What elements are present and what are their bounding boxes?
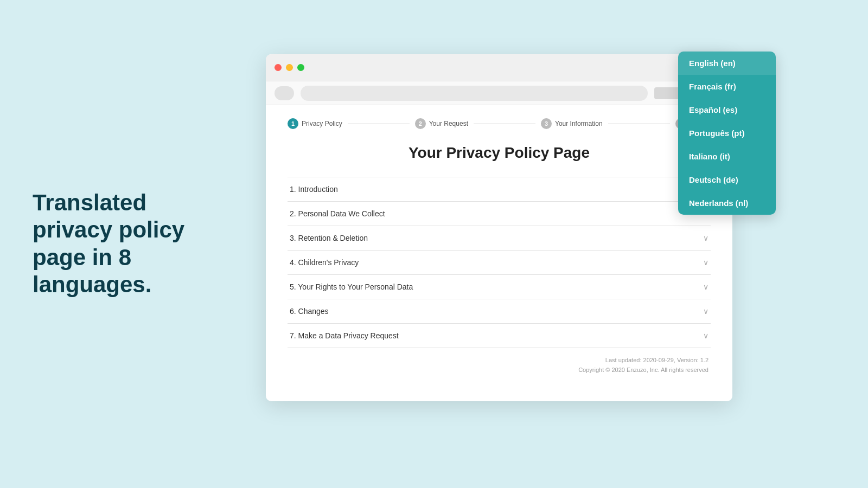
accordion-label-7: 7. Make a Data Privacy Request <box>290 331 399 340</box>
lang-item-it[interactable]: Italiano (it) <box>678 145 776 168</box>
lang-item-nl[interactable]: Nederlands (nl) <box>678 191 776 215</box>
accordion-label-6: 6. Changes <box>290 307 329 316</box>
browser-addressbar <box>266 81 732 105</box>
accordion-label-3: 3. Retention & Deletion <box>290 234 368 242</box>
accordion-label-4: 4. Children's Privacy <box>290 258 359 267</box>
step-2: 2 Your Request <box>415 118 468 129</box>
lang-item-pt[interactable]: Português (pt) <box>678 121 776 145</box>
browser-content: 1 Privacy Policy 2 Your Request 3 Your I… <box>266 105 732 401</box>
accordion-label-5: 5. Your Rights to Your Personal Data <box>290 282 413 291</box>
dot-red[interactable] <box>275 64 282 71</box>
step-connector-3 <box>608 124 670 124</box>
dot-green[interactable] <box>297 64 304 71</box>
step-3: 3 Your Information <box>541 118 603 129</box>
accordion-item-7: 7. Make a Data Privacy Request ∨ <box>288 323 711 348</box>
chevron-down-icon-4: ∨ <box>703 258 709 267</box>
accordion-label-2: 2. Personal Data We Collect <box>290 209 385 218</box>
browser-titlebar <box>266 54 732 81</box>
accordion-row-6[interactable]: 6. Changes ∨ <box>288 299 711 323</box>
language-dropdown: English (en) Français (fr) Español (es) … <box>678 52 776 215</box>
headline: Translated privacy policy page in 8 lang… <box>33 189 217 299</box>
stepper: 1 Privacy Policy 2 Your Request 3 Your I… <box>288 118 711 129</box>
lang-item-es[interactable]: Español (es) <box>678 98 776 121</box>
step-circle-3: 3 <box>541 118 552 129</box>
accordion-label-1: 1. Introduction <box>290 185 338 194</box>
dot-yellow[interactable] <box>286 64 293 71</box>
accordion-item-6: 6. Changes ∨ <box>288 299 711 323</box>
accordion: 1. Introduction 2. Personal Data We Coll… <box>288 177 711 348</box>
lang-item-en[interactable]: English (en) <box>678 52 776 75</box>
chevron-down-icon-6: ∨ <box>703 307 709 316</box>
chevron-down-icon-3: ∨ <box>703 234 709 242</box>
accordion-item-3: 3. Retention & Deletion ∨ <box>288 226 711 250</box>
accordion-row-2[interactable]: 2. Personal Data We Collect <box>288 202 711 226</box>
chevron-down-icon-5: ∨ <box>703 282 709 291</box>
footer-line1: Last updated: 2020-09-29, Version: 1.2 <box>290 356 709 365</box>
browser-footer: Last updated: 2020-09-29, Version: 1.2 C… <box>288 348 711 377</box>
url-input[interactable] <box>301 86 648 101</box>
accordion-row-3[interactable]: 3. Retention & Deletion ∨ <box>288 226 711 250</box>
chevron-down-icon-7: ∨ <box>703 331 709 340</box>
accordion-row-4[interactable]: 4. Children's Privacy ∨ <box>288 251 711 274</box>
step-connector-2 <box>474 124 535 124</box>
step-circle-1: 1 <box>288 118 298 129</box>
step-label-1: Privacy Policy <box>302 120 342 127</box>
step-1: 1 Privacy Policy <box>288 118 342 129</box>
back-button[interactable] <box>275 86 294 100</box>
accordion-item-4: 4. Children's Privacy ∨ <box>288 250 711 274</box>
accordion-item-1: 1. Introduction <box>288 177 711 201</box>
lang-item-de[interactable]: Deutsch (de) <box>678 168 776 191</box>
step-label-3: Your Information <box>555 120 603 127</box>
accordion-row-1[interactable]: 1. Introduction <box>288 177 711 201</box>
accordion-row-7[interactable]: 7. Make a Data Privacy Request ∨ <box>288 324 711 348</box>
accordion-item-2: 2. Personal Data We Collect <box>288 201 711 226</box>
browser-window: 1 Privacy Policy 2 Your Request 3 Your I… <box>266 54 732 401</box>
step-circle-2: 2 <box>415 118 426 129</box>
left-text-block: Translated privacy policy page in 8 lang… <box>33 189 217 299</box>
step-label-2: Your Request <box>429 120 468 127</box>
accordion-row-5[interactable]: 5. Your Rights to Your Personal Data ∨ <box>288 275 711 299</box>
lang-item-fr[interactable]: Français (fr) <box>678 75 776 98</box>
page-title: Your Privacy Policy Page <box>288 144 711 162</box>
accordion-item-5: 5. Your Rights to Your Personal Data ∨ <box>288 274 711 299</box>
step-connector-1 <box>348 124 410 124</box>
footer-line2: Copyright © 2020 Enzuzo, Inc. All rights… <box>290 365 709 375</box>
